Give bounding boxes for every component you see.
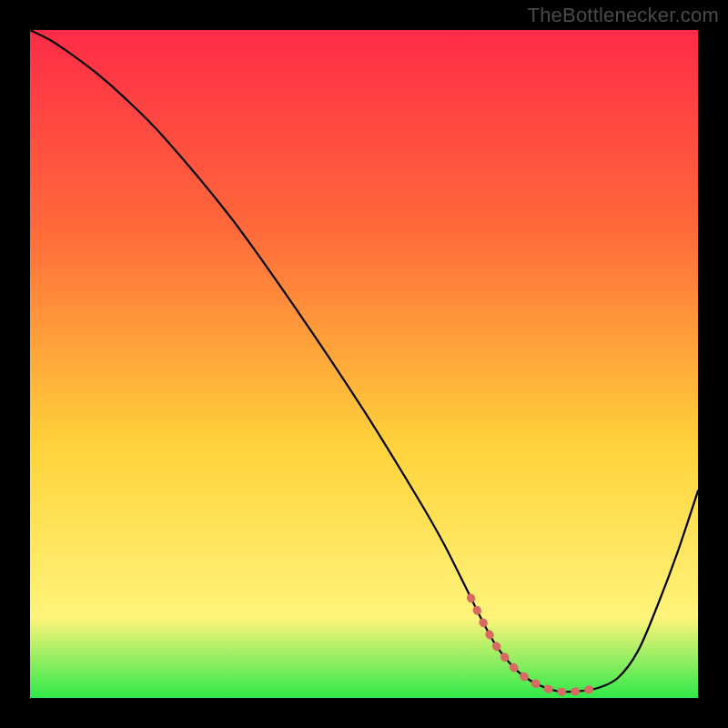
- bottleneck-plot: [30, 30, 698, 698]
- chart-frame: TheBottlenecker.com: [0, 0, 728, 728]
- plot-svg: [30, 30, 698, 698]
- plot-background: [30, 30, 698, 698]
- attribution-text: TheBottlenecker.com: [528, 4, 719, 27]
